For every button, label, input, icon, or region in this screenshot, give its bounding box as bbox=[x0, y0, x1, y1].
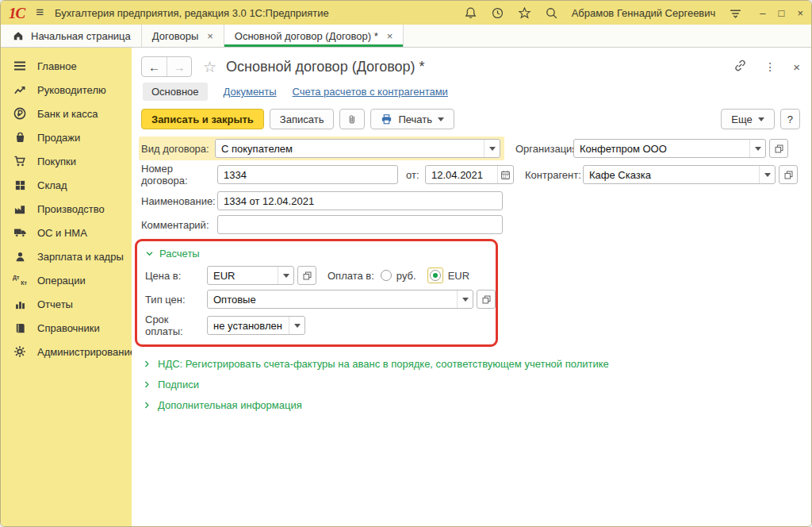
main-menu-icon[interactable]: ≡ bbox=[33, 5, 47, 21]
sidebar-item-operacii[interactable]: ДтКт Операции bbox=[1, 268, 132, 292]
close-window-button[interactable]: × bbox=[797, 7, 803, 19]
cart-icon bbox=[13, 155, 27, 167]
comment-field[interactable] bbox=[217, 215, 503, 234]
print-button[interactable]: Печать bbox=[370, 109, 454, 129]
bar-chart-icon bbox=[13, 298, 27, 310]
dropdown-arrow-icon[interactable] bbox=[749, 140, 765, 157]
tab-bar: Начальная страница Договоры × Основной д… bbox=[1, 25, 811, 48]
tab-label: Договоры bbox=[152, 30, 198, 42]
sidebar-label: Производство bbox=[37, 203, 105, 215]
sidebar-item-proizvodstvo[interactable]: Производство bbox=[1, 197, 132, 221]
bag-icon bbox=[13, 131, 27, 144]
get-link-icon[interactable] bbox=[733, 59, 747, 75]
link-dokumenty[interactable]: Документы bbox=[224, 86, 277, 98]
calculations-group-header[interactable]: Расчеты bbox=[145, 248, 488, 260]
home-icon bbox=[11, 29, 25, 42]
notifications-bell-icon[interactable] bbox=[464, 6, 478, 20]
save-and-close-button[interactable]: Записать и закрыть bbox=[141, 109, 264, 129]
organization-field[interactable]: Конфетпром ООО bbox=[573, 139, 766, 158]
current-user[interactable]: Абрамов Геннадий Сергеевич bbox=[572, 7, 716, 19]
radio-rub[interactable] bbox=[381, 270, 392, 281]
section-dop-info[interactable]: Дополнительная информация bbox=[143, 399, 800, 411]
dropdown-arrow-icon[interactable] bbox=[484, 140, 500, 157]
favorites-star-icon[interactable] bbox=[518, 6, 532, 20]
name-field[interactable]: 1334 от 12.04.2021 bbox=[217, 191, 503, 210]
link-scheta-raschetov[interactable]: Счета расчетов с контрагентами bbox=[293, 86, 448, 98]
tab-home[interactable]: Начальная страница bbox=[1, 25, 142, 47]
close-tab-icon[interactable]: × bbox=[387, 30, 393, 42]
tab-osnovnoe[interactable]: Основное bbox=[143, 83, 208, 101]
open-price-type-icon[interactable] bbox=[477, 290, 496, 309]
contract-type-row-highlight: Вид договора: С покупателем bbox=[139, 137, 504, 160]
more-actions-icon[interactable]: ⋮ bbox=[764, 60, 776, 73]
tab-main-contract[interactable]: Основной договор (Договор) * × bbox=[224, 25, 404, 47]
sidebar-item-prodazhi[interactable]: Продажи bbox=[1, 125, 132, 149]
forward-button[interactable]: → bbox=[167, 57, 191, 76]
dropdown-arrow-icon[interactable] bbox=[457, 290, 473, 308]
section-nds[interactable]: НДС: Регистрировать счета-фактуры на ава… bbox=[143, 358, 800, 370]
favorite-star-icon[interactable]: ☆ bbox=[203, 58, 216, 76]
back-button[interactable]: ← bbox=[142, 57, 167, 76]
search-icon[interactable] bbox=[545, 6, 559, 20]
attachments-button[interactable] bbox=[339, 109, 365, 129]
contract-type-label: Вид договора: bbox=[141, 143, 215, 155]
dropdown-arrow-icon[interactable] bbox=[759, 166, 775, 183]
service-settings-icon[interactable] bbox=[728, 6, 742, 20]
price-type-label: Тип цен: bbox=[145, 294, 207, 306]
open-organization-icon[interactable] bbox=[769, 139, 788, 158]
payment-term-field[interactable]: не установлен bbox=[207, 316, 305, 335]
organization-label: Организация: bbox=[515, 143, 573, 155]
contract-type-field[interactable]: С покупателем bbox=[215, 139, 500, 158]
sidebar-label: Руководителю bbox=[37, 84, 106, 96]
sidebar-label: ОС и НМА bbox=[37, 227, 87, 239]
radio-eur[interactable] bbox=[430, 270, 441, 281]
sidebar-item-spravochniki[interactable]: Справочники bbox=[1, 316, 132, 340]
save-button[interactable]: Записать bbox=[270, 109, 335, 129]
contract-number-field[interactable]: 1334 bbox=[217, 165, 398, 184]
section-podpisi[interactable]: Подписи bbox=[143, 379, 800, 390]
history-icon[interactable] bbox=[491, 6, 505, 20]
minimize-button[interactable]: – bbox=[760, 7, 765, 19]
radio-rub-label: руб. bbox=[396, 270, 416, 282]
sidebar-item-bank-i-kassa[interactable]: Банк и касса bbox=[1, 102, 132, 125]
maximize-button[interactable]: □ bbox=[779, 7, 785, 19]
sidebar-item-rukovoditelyu[interactable]: Руководителю bbox=[1, 78, 132, 102]
price-type-field[interactable]: Оптовые bbox=[207, 290, 473, 309]
sidebar-item-zarplata-i-kadry[interactable]: Зарплата и кадры bbox=[1, 244, 132, 268]
dropdown-arrow-icon[interactable] bbox=[289, 317, 304, 334]
help-button[interactable]: ? bbox=[780, 109, 800, 129]
sidebar-label: Зарплата и кадры bbox=[37, 251, 124, 263]
dropdown-arrow-icon[interactable] bbox=[278, 267, 293, 284]
sidebar-item-administrirovanie[interactable]: Администрирование bbox=[1, 340, 132, 364]
name-label: Наименование: bbox=[141, 195, 217, 207]
counterparty-field[interactable]: Кафе Сказка bbox=[583, 165, 776, 184]
close-tab-icon[interactable]: × bbox=[207, 30, 213, 42]
trend-icon bbox=[13, 83, 27, 96]
sidebar-item-os-i-nma[interactable]: ОС и НМА bbox=[1, 221, 132, 244]
person-icon bbox=[13, 250, 27, 263]
sidebar-item-pokupki[interactable]: Покупки bbox=[1, 149, 132, 173]
tab-contracts[interactable]: Договоры × bbox=[142, 25, 224, 47]
sidebar-item-glavnoe[interactable]: Главное bbox=[1, 54, 132, 78]
titlebar: 1С ≡ Бухгалтерия предприятия, редакция 3… bbox=[1, 1, 811, 25]
contract-date-field[interactable]: 12.04.2021 bbox=[425, 165, 514, 184]
tab-label: Начальная страница bbox=[31, 30, 131, 42]
open-currency-icon[interactable] bbox=[297, 266, 316, 285]
gear-icon bbox=[13, 345, 27, 358]
truck-icon bbox=[13, 226, 27, 239]
sidebar-item-sklad[interactable]: Склад bbox=[1, 173, 132, 197]
sidebar-label: Главное bbox=[37, 60, 77, 72]
annotation-highlight-box: Расчеты Цена в: EUR Оплата в: руб. bbox=[135, 239, 498, 347]
sidebar-item-otchety[interactable]: Отчеты bbox=[1, 292, 132, 316]
open-counterparty-icon[interactable] bbox=[779, 165, 798, 184]
sidebar-label: Администрирование bbox=[37, 346, 136, 358]
close-form-icon[interactable]: × bbox=[793, 60, 800, 74]
chevron-right-icon bbox=[143, 360, 151, 368]
sidebar-label: Покупки bbox=[37, 156, 76, 167]
grid-icon bbox=[13, 179, 27, 191]
calendar-icon[interactable] bbox=[497, 166, 513, 183]
ruble-circle-icon bbox=[13, 107, 27, 120]
price-currency-field[interactable]: EUR bbox=[207, 266, 294, 285]
counterparty-label: Контрагент: bbox=[525, 169, 583, 181]
more-button[interactable]: Еще bbox=[721, 109, 774, 129]
